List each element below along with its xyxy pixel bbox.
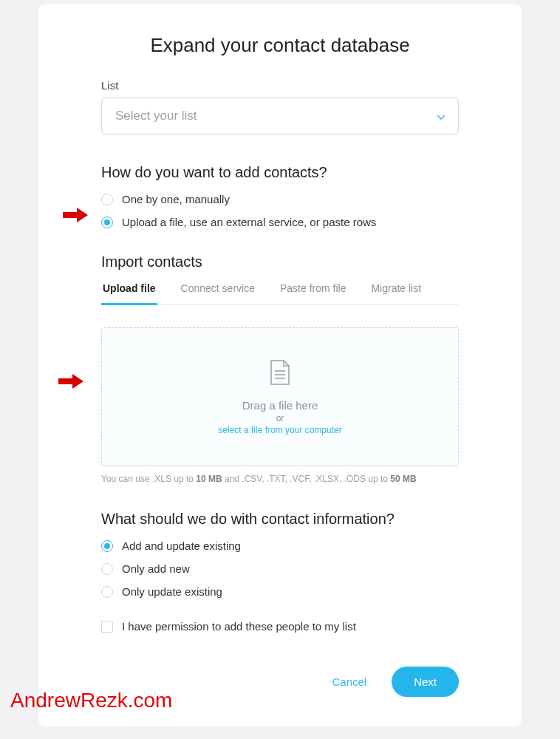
- radio-upload-label: Upload a file, use an external service, …: [122, 216, 376, 228]
- radio-icon: [101, 217, 113, 228]
- permission-label: I have permission to add these people to…: [122, 620, 356, 633]
- checkbox-icon: [101, 621, 113, 633]
- cancel-button[interactable]: Cancel: [321, 668, 377, 695]
- radio-update[interactable]: Only update existing: [101, 585, 459, 598]
- file-hint: You can use .XLS up to 10 MB and .CSV, .…: [101, 474, 459, 484]
- radio-icon: [101, 194, 113, 205]
- drop-text-drag: Drag a file here: [242, 399, 318, 412]
- page-title: Expand your contact database: [101, 34, 459, 57]
- radio-add-update[interactable]: Add and update existing: [101, 539, 459, 552]
- radio-icon: [101, 540, 113, 552]
- chevron-down-icon: [437, 109, 445, 123]
- import-heading: Import contacts: [101, 253, 459, 270]
- tab-paste-from-file[interactable]: Paste from file: [279, 282, 347, 304]
- add-method-heading: How do you want to add contacts?: [101, 164, 459, 181]
- footer-buttons: Cancel Next: [101, 667, 459, 697]
- radio-upload[interactable]: Upload a file, use an external service, …: [101, 216, 459, 228]
- list-label: List: [101, 79, 459, 92]
- radio-update-label: Only update existing: [122, 585, 222, 598]
- radio-add-new[interactable]: Only add new: [101, 562, 459, 575]
- list-select-placeholder: Select your list: [115, 109, 197, 123]
- main-card: Expand your contact database List Select…: [38, 4, 522, 726]
- radio-manual[interactable]: One by one, manually: [101, 193, 459, 205]
- import-tabs: Upload file Connect service Paste from f…: [101, 282, 459, 305]
- radio-icon: [101, 563, 113, 575]
- file-icon: [269, 359, 291, 389]
- radio-add-update-label: Add and update existing: [122, 539, 241, 552]
- tab-upload-file[interactable]: Upload file: [101, 282, 157, 305]
- radio-manual-label: One by one, manually: [122, 193, 230, 205]
- next-button[interactable]: Next: [392, 667, 459, 697]
- drop-text-or: or: [276, 413, 284, 423]
- list-select[interactable]: Select your list: [101, 98, 459, 134]
- permission-checkbox[interactable]: I have permission to add these people to…: [101, 620, 459, 633]
- file-dropzone[interactable]: Drag a file here or select a file from y…: [101, 327, 459, 466]
- tab-migrate-list[interactable]: Migrate list: [369, 282, 423, 304]
- contact-action-heading: What should we do with contact informati…: [101, 511, 459, 528]
- tab-connect-service[interactable]: Connect service: [180, 282, 256, 304]
- drop-link-select[interactable]: select a file from your computer: [218, 425, 341, 435]
- radio-add-new-label: Only add new: [122, 562, 190, 575]
- radio-icon: [101, 586, 113, 598]
